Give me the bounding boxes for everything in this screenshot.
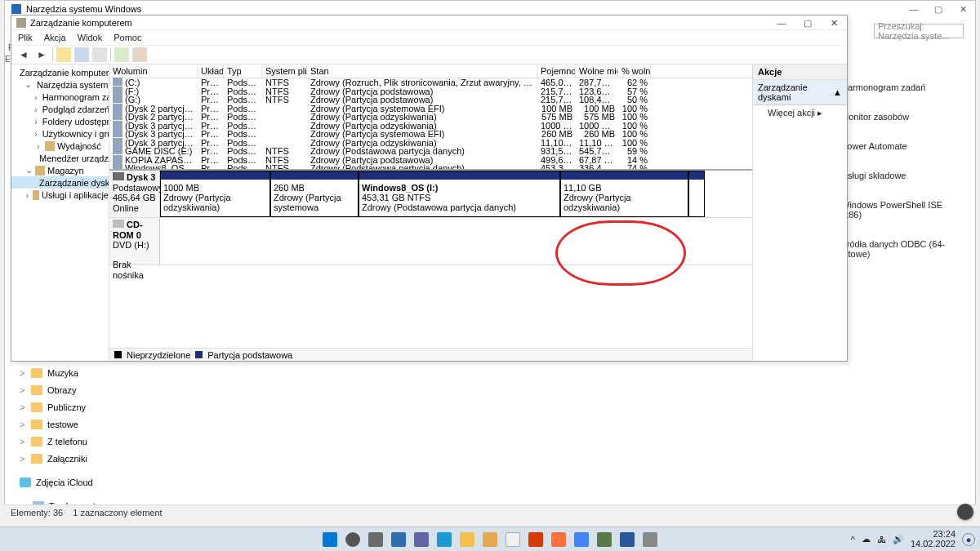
tree-node[interactable]: ›Harmonogram zadań	[11, 91, 109, 103]
tree-node[interactable]: ›Użytkownicy i grupy lok	[11, 127, 109, 140]
volume-table[interactable]: Wolumin Układ Typ System plików Stan Poj…	[109, 64, 752, 171]
mmc-minimize-button[interactable]: —	[768, 16, 795, 30]
tray-network-icon[interactable]: 🖧	[877, 535, 886, 544]
tool-link[interactable]: Źródła danych ODBC (64-bitowe)	[841, 239, 964, 259]
partition[interactable]: 260 MBZdrowy (Partycja systemowa	[270, 171, 359, 217]
office-icon[interactable]	[528, 532, 543, 547]
mmc-menubar: PlikAkcjaWidokPomoc	[11, 30, 847, 45]
tree-icon	[45, 141, 55, 151]
mmc-titlebar[interactable]: Zarządzanie komputerem — ▢ ✕	[11, 16, 847, 30]
table-row[interactable]: Windows8_OS (I:)ProstyPodstawowyNTFSZdro…	[109, 164, 752, 171]
mmc-title: Zarządzanie komputerem	[30, 18, 132, 28]
tree-node[interactable]: Menedżer urządzeń	[11, 152, 109, 164]
col-typ[interactable]: Typ	[224, 64, 262, 78]
minimize-button[interactable]: —	[902, 1, 926, 17]
col-wolne[interactable]: Wolne miejsce	[576, 64, 618, 78]
cdrom-header[interactable]: CD-ROM 0 DVD (H:) Brak nośnika	[109, 218, 160, 264]
calculator-icon[interactable]	[574, 532, 589, 547]
start-icon[interactable]	[323, 532, 337, 547]
partition[interactable]: Windows8_OS (I:)453,31 GB NTFSZdrowy (Po…	[359, 171, 560, 217]
menu-widok[interactable]: Widok	[78, 33, 103, 42]
refresh-icon[interactable]	[114, 47, 129, 62]
toolbar-icon-3[interactable]	[92, 47, 107, 62]
tool-link[interactable]: Harmonogram zadań	[841, 82, 964, 92]
tool-link[interactable]: Usługi składowe	[841, 171, 964, 180]
toolbar-icon-2[interactable]	[74, 47, 89, 62]
tree-node[interactable]: ›Foldery udostępnione	[11, 115, 109, 127]
menu-akcja[interactable]: Akcja	[44, 33, 66, 42]
menu-plik[interactable]: Plik	[18, 33, 33, 42]
floating-badge[interactable]	[957, 504, 973, 520]
table-header[interactable]: Wolumin Układ Typ System plików Stan Poj…	[109, 64, 752, 78]
collapse-icon: ▲	[833, 87, 842, 97]
status-count: Elementy: 36	[11, 508, 63, 518]
word-icon[interactable]	[620, 532, 635, 547]
tray-clock[interactable]: 23:24 14.02.2022	[911, 530, 956, 549]
photos-icon[interactable]	[597, 532, 612, 547]
tray-cloud-icon[interactable]: ☁	[862, 534, 871, 544]
teams-icon[interactable]	[414, 532, 429, 547]
actions-group[interactable]: Zarządzanie dyskami▲	[753, 80, 847, 105]
settings-icon[interactable]	[132, 47, 147, 62]
col-wolumin[interactable]: Wolumin	[109, 64, 198, 78]
tray-notification-icon[interactable]: ●	[962, 533, 975, 546]
taskview-icon[interactable]	[368, 532, 383, 547]
mmc-maximize-button[interactable]: ▢	[795, 16, 821, 30]
right-links: Harmonogram zadańMonitor zasobówPower Au…	[841, 82, 964, 259]
widgets-icon[interactable]	[391, 532, 406, 547]
sidebar-folder[interactable]: Obrazy	[5, 381, 168, 398]
explorer-icon[interactable]	[460, 532, 474, 547]
tools-icon	[11, 4, 21, 14]
toolbar-icon-1[interactable]	[56, 47, 71, 62]
sidebar-folder[interactable]: Z telefonu	[5, 433, 168, 450]
tree-node[interactable]: ›Wydajność	[11, 140, 109, 152]
disk3-header[interactable]: Dysk 3 Podstawowy 465,64 GB Online	[109, 171, 160, 217]
col-poj[interactable]: Pojemność	[537, 64, 576, 78]
sidebar-folder[interactable]: Publiczny	[5, 398, 168, 415]
col-fs[interactable]: System plików	[262, 64, 307, 78]
volume-icon	[113, 95, 122, 103]
col-stan[interactable]: Stan	[307, 64, 537, 78]
chevron-right-icon: ▸	[817, 108, 822, 118]
taskbar-apps[interactable]	[323, 532, 657, 547]
search-icon[interactable]	[345, 532, 360, 547]
tool-link[interactable]: Monitor zasobów	[841, 112, 964, 122]
col-pct[interactable]: % wolnego	[618, 64, 651, 78]
tray-chevron-icon[interactable]: ^	[851, 535, 855, 544]
actions-more[interactable]: Więcej akcji ▸	[753, 105, 847, 121]
tree-node[interactable]: ⌄Magazyn	[11, 164, 109, 176]
col-uklad[interactable]: Układ	[198, 64, 224, 78]
disk3-partitions: 1000 MBZdrowy (Partycja odzyskiwania)260…	[160, 171, 752, 217]
tool-link[interactable]: Windows PowerShell ISE (x86)	[841, 200, 964, 220]
forward-button[interactable]: ►	[34, 47, 49, 62]
partition[interactable]: 1000 MBZdrowy (Partycja odzyskiwania)	[160, 171, 270, 217]
nav-tree[interactable]: Zarządzanie komputerem (loka⌄Narzędzia s…	[11, 64, 109, 361]
edge-icon[interactable]	[437, 532, 452, 547]
tool-link[interactable]: Power Automate	[841, 141, 964, 151]
taskbar[interactable]: ^ ☁ 🖧 🔊 23:24 14.02.2022 ●	[0, 527, 980, 551]
close-button[interactable]: ✕	[951, 1, 975, 17]
partition[interactable]: 11,10 GBZdrowy (Partycja odzyskiwania)	[560, 171, 688, 217]
sidebar-folder[interactable]: Załączniki	[5, 450, 168, 467]
search-input[interactable]: Przeszukaj: Narzędzia syste...	[874, 24, 964, 38]
mmc-window: Zarządzanie komputerem — ▢ ✕ PlikAkcjaWi…	[11, 15, 848, 362]
calendar-icon[interactable]	[483, 532, 497, 547]
sidebar-icloud[interactable]: Zdjęcia iCloud	[5, 473, 168, 491]
sidebar-folder[interactable]: Muzyka	[5, 364, 168, 381]
tree-node[interactable]: Zarządzanie komputerem (loka	[11, 66, 109, 78]
tree-node[interactable]: ⌄Narzędzia systemowe	[11, 78, 109, 91]
tray-volume-icon[interactable]: 🔊	[893, 534, 904, 544]
tree-node[interactable]: Zarządzanie dyskami	[11, 176, 109, 189]
maximize-button[interactable]: ▢	[926, 1, 951, 17]
printer-icon[interactable]	[643, 532, 657, 547]
tree-node[interactable]: ›Usługi i aplikacje	[11, 189, 109, 201]
taskbar-tray[interactable]: ^ ☁ 🖧 🔊 23:24 14.02.2022 ●	[851, 530, 975, 549]
firefox-icon[interactable]	[551, 532, 566, 547]
tree-node[interactable]: ›Podgląd zdarzeń	[11, 103, 109, 115]
disk-row-3[interactable]: Dysk 3 Podstawowy 465,64 GB Online 1000 …	[109, 171, 752, 218]
settings-icon[interactable]	[506, 532, 520, 547]
menu-pomoc[interactable]: Pomoc	[114, 33, 141, 42]
mmc-close-button[interactable]: ✕	[821, 16, 847, 30]
back-button[interactable]: ◄	[16, 47, 31, 62]
sidebar-folder[interactable]: testowe	[5, 415, 168, 433]
